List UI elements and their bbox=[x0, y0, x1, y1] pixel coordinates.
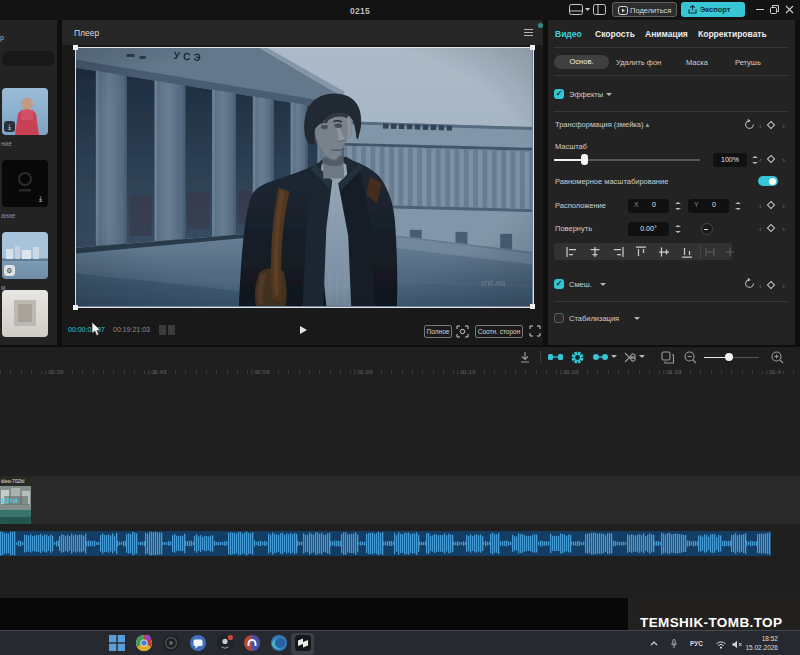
svg-text:Шти: Шти bbox=[1, 496, 18, 505]
